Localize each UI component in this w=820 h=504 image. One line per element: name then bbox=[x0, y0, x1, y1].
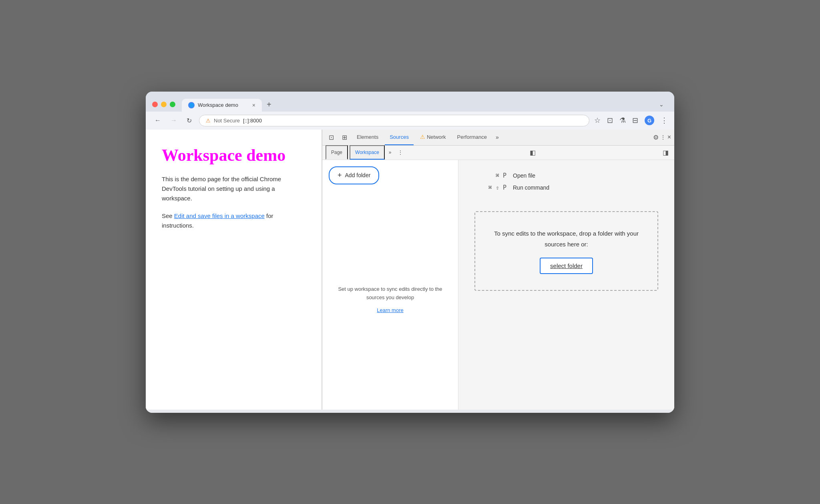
sources-dots-menu[interactable]: ⋮ bbox=[396, 148, 405, 157]
tab-menu-button[interactable]: ⌄ bbox=[655, 99, 668, 110]
run-command-label: Run command bbox=[513, 184, 549, 191]
browser-toolbar-icons: ☆ ⊡ ⚗ ⊟ G ⋮ bbox=[594, 116, 668, 125]
page-body-2-prefix: See bbox=[162, 212, 174, 219]
browser-menu-icon[interactable]: ⋮ bbox=[661, 116, 668, 125]
refresh-button[interactable]: ↻ bbox=[184, 115, 194, 126]
back-button[interactable]: ← bbox=[152, 115, 163, 126]
extensions-icon[interactable]: ⊡ bbox=[607, 116, 613, 125]
sources-content: + Add folder Set up workspace to sync ed… bbox=[322, 160, 674, 410]
address-bar: ← → ↻ ⚠ Not Secure [::]:8000 ☆ ⊡ ⚗ ⊟ G ⋮ bbox=[146, 112, 674, 130]
device-mode-button[interactable]: ⊞ bbox=[339, 132, 350, 143]
tab-favicon: 🌐 bbox=[188, 102, 195, 108]
network-warning-icon: ⚠ bbox=[420, 134, 425, 140]
open-file-keys: ⌘ P bbox=[474, 172, 506, 179]
add-folder-label: Add folder bbox=[345, 172, 371, 178]
bookmark-icon[interactable]: ☆ bbox=[594, 116, 601, 125]
bottom-bar bbox=[146, 410, 674, 413]
run-command-keys: ⌘ ⇧ P bbox=[474, 184, 506, 191]
new-tab-button[interactable]: + bbox=[262, 97, 276, 112]
right-panel-toggle[interactable]: ◨ bbox=[660, 148, 671, 157]
not-secure-label: Not Secure bbox=[214, 118, 240, 124]
tab-sources[interactable]: Sources bbox=[385, 129, 414, 145]
active-tab[interactable]: 🌐 Workspace demo × bbox=[182, 99, 262, 112]
devtools-menu-icon[interactable]: ⋮ bbox=[660, 134, 666, 140]
select-folder-button[interactable]: select folder bbox=[540, 258, 593, 274]
minimize-traffic-light[interactable] bbox=[161, 102, 167, 107]
inspect-element-button[interactable]: ⊡ bbox=[326, 132, 337, 143]
warning-icon: ⚠ bbox=[206, 118, 211, 124]
sources-panel: Page Workspace » ⋮ ◧ ◨ + bbox=[322, 146, 674, 410]
url-display: [::]:8000 bbox=[243, 118, 262, 124]
address-field[interactable]: ⚠ Not Secure [::]:8000 bbox=[199, 115, 589, 126]
keyboard-shortcuts: ⌘ P Open file ⌘ ⇧ P Run command bbox=[466, 168, 666, 195]
page-title: Workspace demo bbox=[162, 146, 305, 165]
tab-elements[interactable]: Elements bbox=[352, 129, 383, 145]
learn-more-link[interactable]: Learn more bbox=[377, 306, 403, 315]
close-traffic-light[interactable] bbox=[152, 102, 158, 107]
settings-icon[interactable]: ⚙ bbox=[653, 134, 659, 141]
tab-title: Workspace demo bbox=[198, 102, 238, 108]
tab-close-button[interactable]: × bbox=[252, 102, 255, 108]
open-file-label: Open file bbox=[513, 172, 535, 179]
sources-tabs: Page Workspace » ⋮ ◧ ◨ bbox=[322, 146, 674, 160]
shortcut-open-file: ⌘ P Open file bbox=[474, 172, 658, 179]
page-body-2: See Edit and save files in a workspace f… bbox=[162, 211, 305, 230]
forward-button[interactable]: → bbox=[168, 115, 179, 126]
workspace-link[interactable]: Edit and save files in a workspace bbox=[174, 212, 265, 219]
page-body-1: This is the demo page for the official C… bbox=[162, 174, 305, 203]
page-content: Workspace demo This is the demo page for… bbox=[146, 130, 322, 410]
sources-tab-page[interactable]: Page bbox=[326, 145, 348, 160]
tab-network[interactable]: ⚠ Network bbox=[415, 129, 451, 145]
left-panel-toggle[interactable]: ◧ bbox=[527, 148, 538, 157]
sources-tab-workspace[interactable]: Workspace bbox=[350, 145, 385, 160]
devtools-panel: ⊡ ⊞ Elements Sources ⚠ Network Performan… bbox=[322, 130, 674, 410]
workspace-hint: Set up workspace to sync edits directly … bbox=[322, 191, 458, 410]
maximize-traffic-light[interactable] bbox=[170, 102, 175, 107]
avatar[interactable]: G bbox=[645, 116, 654, 125]
add-folder-button[interactable]: + Add folder bbox=[329, 166, 379, 184]
sources-more-tabs-button[interactable]: » bbox=[386, 148, 394, 157]
drop-zone: To sync edits to the workspace, drop a f… bbox=[474, 211, 658, 291]
devtools-close-button[interactable]: × bbox=[667, 134, 671, 141]
title-bar: 🌐 Workspace demo × + ⌄ bbox=[146, 92, 674, 112]
traffic-lights bbox=[152, 102, 175, 107]
lab-icon[interactable]: ⚗ bbox=[619, 116, 626, 125]
devtools-toolbar: ⊡ ⊞ Elements Sources ⚠ Network Performan… bbox=[322, 130, 674, 146]
browser-window: 🌐 Workspace demo × + ⌄ ← → ↻ ⚠ Not Secur… bbox=[146, 92, 674, 413]
tab-performance[interactable]: Performance bbox=[452, 129, 492, 145]
tab-bar: 🌐 Workspace demo × + bbox=[182, 97, 651, 112]
split-icon[interactable]: ⊟ bbox=[632, 116, 638, 125]
shortcut-run-command: ⌘ ⇧ P Run command bbox=[474, 184, 658, 191]
content-area: Workspace demo This is the demo page for… bbox=[146, 130, 674, 410]
sources-right-panel: ⌘ P Open file ⌘ ⇧ P Run command To sync … bbox=[458, 160, 674, 410]
drop-zone-text: To sync edits to the workspace, drop a f… bbox=[487, 228, 645, 250]
plus-icon: + bbox=[338, 171, 342, 180]
sources-left-panel: + Add folder Set up workspace to sync ed… bbox=[322, 160, 458, 410]
workspace-hint-text: Set up workspace to sync edits directly … bbox=[330, 285, 450, 302]
more-tabs-button[interactable]: » bbox=[493, 132, 501, 142]
